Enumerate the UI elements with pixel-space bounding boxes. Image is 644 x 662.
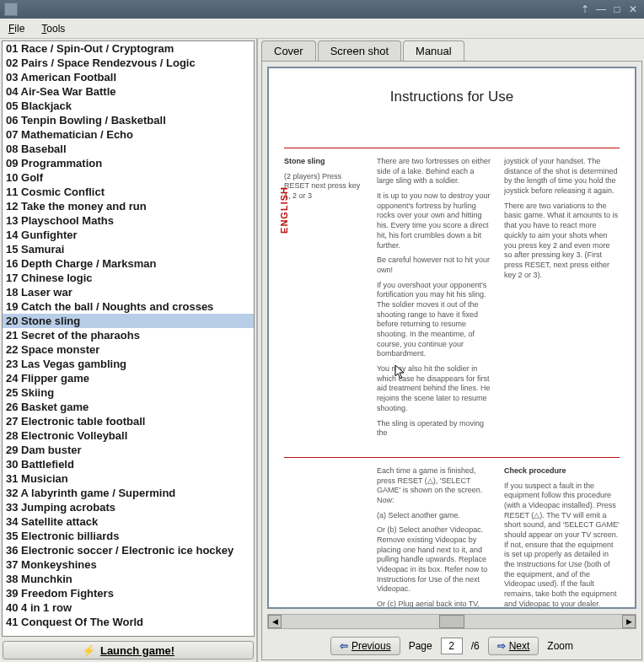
divider [284,148,620,148]
tab-content: Instructions for Use ENGLISH Stone sling… [261,61,642,660]
list-item[interactable]: 16 Depth Charge / Marksman [3,256,254,271]
manual-text: Each time a game is finished, press RESE… [377,466,492,506]
menu-file[interactable]: File [5,21,28,36]
list-item[interactable]: 40 4 in 1 row [3,600,254,615]
list-item[interactable]: 03 American Football [3,70,254,84]
launch-game-button[interactable]: ⚡ Launch game! [3,641,254,659]
list-item[interactable]: 10 Golf [3,170,254,185]
list-item[interactable]: 17 Chinese logic [3,271,254,285]
list-item[interactable]: 04 Air-Sea War Battle [3,84,254,99]
tabs: Cover Screen shot Manual [261,40,642,61]
zoom-label: Zoom [547,640,573,652]
game-list[interactable]: 01 Race / Spin-Out / Cryptogram02 Pairs … [3,41,254,636]
list-item[interactable]: 11 Cosmic Conflict [3,185,254,199]
window-titlebar: ⇡ — □ ✕ [0,0,644,19]
manual-text: It is up to you now to destroy your oppo… [377,191,492,250]
manual-text: (a) Select another game. [377,511,492,521]
manual-text: If you overshoot your opponent's fortifi… [377,281,492,360]
manual-text: (2 players) Press RESET next press key 1… [284,172,365,202]
list-item[interactable]: 23 Las Vegas gambling [3,357,254,371]
list-item[interactable]: 25 Skiing [3,385,254,400]
manual-page: Instructions for Use ENGLISH Stone sling… [269,68,635,609]
app-icon [4,3,18,16]
list-item[interactable]: 27 Electronic table football [3,414,254,428]
pager: ⇦ Previous Page /6 ⇨ Next Zoom [262,632,641,659]
list-item[interactable]: 41 Conquest Of The World [3,615,254,629]
maximize-button[interactable]: □ [610,3,624,16]
scroll-thumb[interactable] [439,615,464,628]
close-button[interactable]: ✕ [626,3,640,16]
list-item[interactable]: 37 Monkeyshines [3,557,254,572]
list-item[interactable]: 05 Blackjack [3,99,254,113]
manual-text: You may also hit the soldier in which ca… [377,364,492,413]
list-item[interactable]: 28 Electronic Volleyball [3,428,254,443]
list-item[interactable]: 39 Freedom Fighters [3,586,254,600]
right-panel: Cover Screen shot Manual Instructions fo… [258,39,644,662]
pin-button[interactable]: ⇡ [578,3,592,16]
manual-text: There are two fortresses on either side … [377,157,492,186]
arrow-right-icon: ⇨ [497,640,506,652]
list-item[interactable]: 38 Munchkin [3,572,254,586]
manual-heading: Check procedure [504,466,620,476]
list-item[interactable]: 24 Flipper game [3,371,254,385]
menubar: File Tools [0,19,644,39]
page-total: /6 [471,640,480,652]
list-item[interactable]: 31 Musician [3,471,254,486]
lightning-icon: ⚡ [82,644,95,657]
manual-text: Or (b) Select another Videopac. Remove e… [377,525,492,595]
manual-text: If you suspect a fault in the equipment … [504,482,620,609]
list-item[interactable]: 08 Baseball [3,142,254,156]
manual-text: The sling is operated by moving the [377,419,492,439]
manual-text: There are two variations to the basic ga… [504,202,620,281]
list-item[interactable]: 14 Gunfighter [3,228,254,242]
list-item[interactable]: 07 Mathematician / Echo [3,127,254,142]
next-button[interactable]: ⇨ Next [488,637,539,655]
list-item[interactable]: 34 Satellite attack [3,514,254,529]
list-item[interactable]: 18 Laser war [3,285,254,299]
list-item[interactable]: 20 Stone sling [3,314,254,328]
list-item[interactable]: 19 Catch the ball / Noughts and crosses [3,299,254,314]
scroll-left-icon[interactable]: ◀ [268,615,282,628]
list-item[interactable]: 30 Battlefield [3,457,254,471]
divider [284,457,620,458]
tab-screenshot[interactable]: Screen shot [318,40,401,61]
page-input[interactable] [441,638,463,654]
manual-view[interactable]: Instructions for Use ENGLISH Stone sling… [267,67,636,609]
manual-heading: Stone sling [284,157,365,167]
arrow-left-icon: ⇦ [340,640,348,652]
horizontal-scrollbar[interactable]: ◀ ▶ [267,614,636,629]
list-item[interactable]: 02 Pairs / Space Rendezvous / Logic [3,56,254,70]
manual-text: joystick of your handset. The distance o… [504,157,620,196]
previous-button[interactable]: ⇦ Previous [330,637,400,655]
list-item[interactable]: 35 Electronic billiards [3,529,254,543]
scroll-right-icon[interactable]: ▶ [622,615,636,628]
manual-text: Be careful however not to hit your own! [377,256,492,275]
list-item[interactable]: 15 Samurai [3,242,254,256]
left-panel: 01 Race / Spin-Out / Cryptogram02 Pairs … [0,39,258,662]
list-item[interactable]: 01 Race / Spin-Out / Cryptogram [3,41,254,56]
list-item[interactable]: 32 A labyrinth game / Supermind [3,486,254,500]
list-item[interactable]: 13 Playschool Maths [3,213,254,228]
list-item[interactable]: 09 Programmation [3,156,254,170]
tab-manual[interactable]: Manual [403,40,464,62]
minimize-button[interactable]: — [594,3,608,16]
english-label: ENGLISH [279,186,289,234]
manual-title: Instructions for Use [284,89,620,105]
list-item[interactable]: 29 Dam buster [3,443,254,457]
page-label: Page [409,640,432,652]
list-item[interactable]: 06 Tenpin Bowling / Basketball [3,113,254,127]
list-item[interactable]: 21 Secret of the pharaohs [3,328,254,342]
list-item[interactable]: 22 Space monster [3,342,254,357]
manual-text: Or (c) Plug aerial back into TV, and unp… [377,600,492,609]
tab-cover[interactable]: Cover [261,40,316,61]
list-item[interactable]: 36 Electronic soccer / Electronic ice ho… [3,543,254,557]
menu-tools[interactable]: Tools [38,21,68,36]
list-item[interactable]: 12 Take the money and run [3,199,254,213]
list-item[interactable]: 26 Basket game [3,400,254,414]
list-item[interactable]: 33 Jumping acrobats [3,500,254,514]
